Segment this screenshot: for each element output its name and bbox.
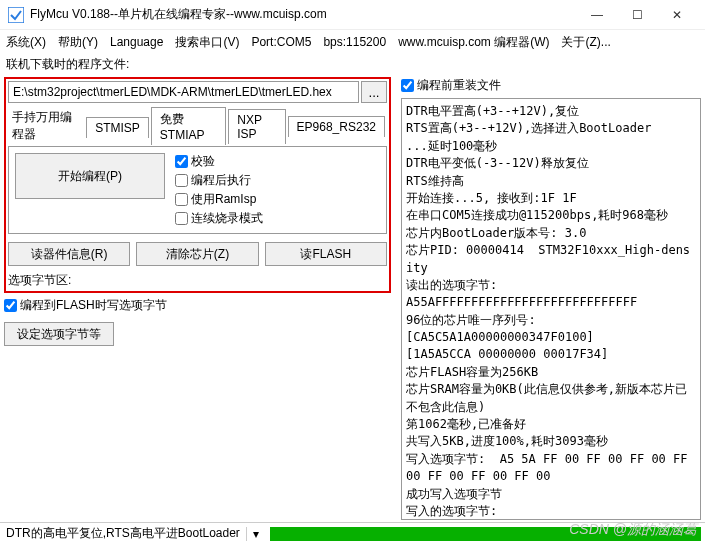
- status-dropdown-icon[interactable]: ▾: [246, 527, 266, 541]
- check-run-after[interactable]: 编程后执行: [175, 172, 263, 189]
- menu-search-port[interactable]: 搜索串口(V): [175, 34, 239, 51]
- check-verify[interactable]: 校验: [175, 153, 263, 170]
- window-title: FlyMcu V0.188--单片机在线编程专家--www.mcuisp.com: [30, 6, 577, 23]
- menu-language[interactable]: Language: [110, 35, 163, 49]
- read-flash-button[interactable]: 读FLASH: [265, 242, 387, 266]
- highlight-box: ... 手持万用编程器 STMISP 免费STMIAP NXP ISP EP96…: [4, 77, 391, 293]
- menu-help[interactable]: 帮助(Y): [58, 34, 98, 51]
- maximize-button[interactable]: ☐: [617, 1, 657, 29]
- tabs-label: 手持万用编程器: [8, 106, 86, 146]
- menu-bar: 系统(X) 帮助(Y) Language 搜索串口(V) Port:COM5 b…: [0, 30, 705, 54]
- subheader-label: 联机下载时的程序文件:: [0, 54, 705, 75]
- start-program-button[interactable]: 开始编程(P): [15, 153, 165, 199]
- check-reload-file[interactable]: 编程前重装文件: [401, 77, 701, 94]
- option-bytes-label: 选项字节区:: [8, 272, 387, 289]
- menu-bps[interactable]: bps:115200: [323, 35, 386, 49]
- set-option-bytes-button[interactable]: 设定选项字节等: [4, 322, 114, 346]
- tab-nxp[interactable]: NXP ISP: [228, 109, 285, 144]
- read-device-button[interactable]: 读器件信息(R): [8, 242, 130, 266]
- tab-ep968[interactable]: EP968_RS232: [288, 116, 385, 137]
- app-icon: [8, 7, 24, 23]
- check-ramisp[interactable]: 使用RamIsp: [175, 191, 263, 208]
- close-button[interactable]: ✕: [657, 1, 697, 29]
- progress-bar: [270, 527, 701, 541]
- menu-site[interactable]: www.mcuisp.com 编程器(W): [398, 34, 549, 51]
- minimize-button[interactable]: —: [577, 1, 617, 29]
- clear-chip-button[interactable]: 清除芯片(Z): [136, 242, 258, 266]
- menu-system[interactable]: 系统(X): [6, 34, 46, 51]
- status-text: DTR的高电平复位,RTS高电平进BootLoader: [0, 525, 246, 541]
- tab-stmiap[interactable]: 免费STMIAP: [151, 107, 226, 145]
- menu-port[interactable]: Port:COM5: [251, 35, 311, 49]
- menu-about[interactable]: 关于(Z)...: [561, 34, 610, 51]
- file-path-input[interactable]: [8, 81, 359, 103]
- svg-rect-0: [8, 7, 24, 23]
- browse-button[interactable]: ...: [361, 81, 387, 103]
- tab-stmisp[interactable]: STMISP: [86, 117, 149, 138]
- check-write-option-bytes[interactable]: 编程到FLASH时写选项字节: [4, 297, 391, 314]
- log-output[interactable]: DTR电平置高(+3--+12V),复位 RTS置高(+3--+12V),选择进…: [401, 98, 701, 520]
- check-continuous[interactable]: 连续烧录模式: [175, 210, 263, 227]
